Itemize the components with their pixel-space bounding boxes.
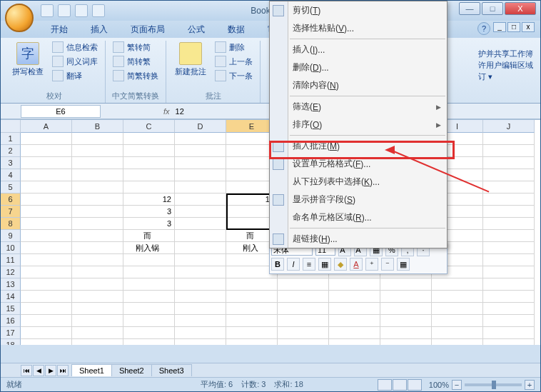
col-header-D[interactable]: D (175, 120, 226, 133)
sheet-nav-next[interactable]: ▶ (45, 365, 56, 376)
cell-A13[interactable] (21, 278, 72, 291)
cell-B16[interactable] (72, 315, 123, 327)
cell-D15[interactable] (175, 303, 226, 315)
fx-icon[interactable]: fx (163, 107, 170, 116)
cell-I16[interactable] (432, 315, 483, 327)
cell-J10[interactable] (483, 242, 535, 254)
cell-D8[interactable] (175, 218, 226, 230)
tab-pagelayout[interactable]: 页面布局 (121, 21, 175, 38)
cell-C8[interactable]: 3 (123, 218, 175, 230)
cell-E18[interactable] (226, 339, 278, 345)
ctx-item[interactable]: 设置单元格格式(F)... (270, 155, 447, 173)
cell-C4[interactable] (123, 169, 175, 181)
tab-home[interactable]: 开始 (41, 21, 78, 38)
cell-A15[interactable] (21, 303, 72, 315)
cell-C10[interactable]: 刚入锅 (123, 242, 175, 254)
ctx-item[interactable]: 剪切(T) (270, 1, 447, 19)
cell-G14[interactable] (329, 291, 380, 303)
row-header-6[interactable]: 6 (1, 194, 21, 206)
cell-I13[interactable] (432, 278, 483, 291)
cell-H16[interactable] (380, 315, 432, 327)
row-header-14[interactable]: 14 (1, 291, 21, 303)
cell-E17[interactable] (226, 327, 278, 339)
thesaurus-button[interactable]: 同义词库 (51, 55, 99, 68)
cell-J5[interactable] (483, 181, 535, 194)
inner-restore-button[interactable]: □ (507, 22, 520, 32)
cell-C1[interactable] (123, 133, 175, 145)
cell-B17[interactable] (72, 327, 123, 339)
sheet-nav-first[interactable]: ⏮ (21, 365, 32, 376)
cell-I18[interactable] (432, 339, 483, 345)
sheet-tab-2[interactable]: Sheet2 (111, 364, 152, 376)
col-header-B[interactable]: B (72, 120, 123, 133)
cell-D14[interactable] (175, 291, 226, 303)
cell-E13[interactable] (226, 278, 278, 291)
row-header-4[interactable]: 4 (1, 169, 21, 181)
cell-J4[interactable] (483, 169, 535, 181)
cell-J11[interactable] (483, 254, 535, 266)
cell-B15[interactable] (72, 303, 123, 315)
ctx-item[interactable]: 命名单元格区域(R)... (270, 208, 447, 226)
minimize-button[interactable]: — (459, 2, 480, 15)
col-header-J[interactable]: J (483, 120, 535, 133)
inner-min-button[interactable]: _ (493, 22, 506, 32)
cell-B5[interactable] (72, 181, 123, 194)
ctx-item[interactable]: 排序(O)▶ (270, 116, 447, 134)
tab-data[interactable]: 数据 (218, 21, 255, 38)
delete-comment-button[interactable]: 删除 (213, 41, 254, 54)
cell-J16[interactable] (483, 315, 535, 327)
cell-J18[interactable] (483, 339, 535, 345)
cell-G15[interactable] (329, 303, 380, 315)
row-header-2[interactable]: 2 (1, 145, 21, 157)
cell-A10[interactable] (21, 242, 72, 254)
cell-A14[interactable] (21, 291, 72, 303)
cell-A9[interactable] (21, 230, 72, 242)
tab-formulas[interactable]: 公式 (178, 21, 215, 38)
row-header-10[interactable]: 10 (1, 242, 21, 254)
ctx-item[interactable]: 插入批注(M) (270, 137, 447, 155)
cell-G18[interactable] (329, 339, 380, 345)
cell-D1[interactable] (175, 133, 226, 145)
cell-A5[interactable] (21, 181, 72, 194)
office-button[interactable] (5, 4, 34, 32)
cell-F15[interactable] (278, 303, 329, 315)
translate-button[interactable]: 翻译 (51, 69, 99, 82)
cell-B6[interactable] (72, 194, 123, 206)
zoom-in-button[interactable]: + (525, 380, 535, 390)
cell-B3[interactable] (72, 157, 123, 169)
cell-B2[interactable] (72, 145, 123, 157)
cell-H17[interactable] (380, 327, 432, 339)
redo-icon[interactable] (75, 4, 88, 17)
cell-A12[interactable] (21, 266, 72, 278)
cell-E14[interactable] (226, 291, 278, 303)
tab-insert[interactable]: 插入 (81, 21, 118, 38)
ctx-item[interactable]: 清除内容(N) (270, 76, 447, 94)
cell-G16[interactable] (329, 315, 380, 327)
cell-A16[interactable] (21, 315, 72, 327)
row-header-8[interactable]: 8 (1, 218, 21, 230)
cell-A1[interactable] (21, 133, 72, 145)
cell-D18[interactable] (175, 339, 226, 345)
sheet-tab-1[interactable]: Sheet1 (71, 364, 112, 376)
row-header-12[interactable]: 12 (1, 266, 21, 278)
cell-E16[interactable] (226, 315, 278, 327)
zoom-out-button[interactable]: − (452, 380, 462, 390)
col-header-C[interactable]: C (123, 120, 175, 133)
close-button[interactable]: X (505, 2, 536, 15)
cell-J17[interactable] (483, 327, 535, 339)
row-header-15[interactable]: 15 (1, 303, 21, 315)
cell-I14[interactable] (432, 291, 483, 303)
cell-J6[interactable] (483, 194, 535, 206)
cell-J1[interactable] (483, 133, 535, 145)
cell-J3[interactable] (483, 157, 535, 169)
cell-B4[interactable] (72, 169, 123, 181)
cell-J13[interactable] (483, 278, 535, 291)
cell-J12[interactable] (483, 266, 535, 278)
ctx-item[interactable]: 筛选(E)▶ (270, 98, 447, 116)
view-normal-button[interactable] (378, 379, 392, 391)
cell-B1[interactable] (72, 133, 123, 145)
cell-C3[interactable] (123, 157, 175, 169)
cell-B7[interactable] (72, 206, 123, 218)
cell-E15[interactable] (226, 303, 278, 315)
cell-H13[interactable] (380, 278, 432, 291)
